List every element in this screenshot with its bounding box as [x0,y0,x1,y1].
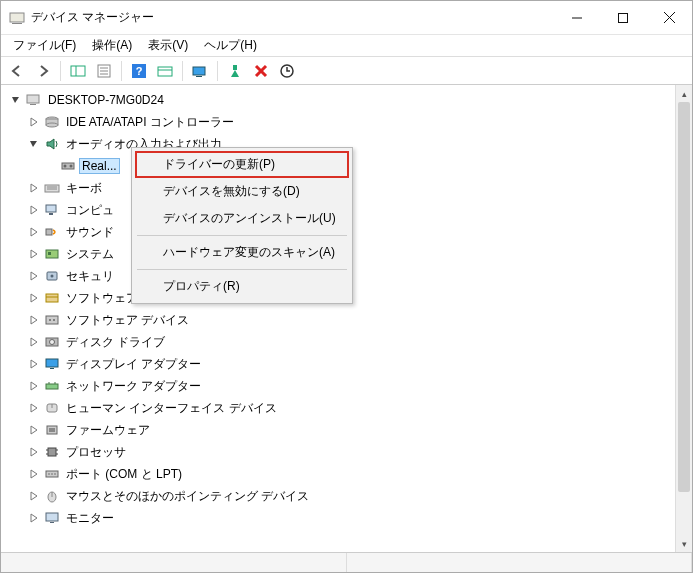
expander-icon[interactable] [27,203,41,217]
svg-rect-47 [46,359,58,367]
tree-node-label: ディスプレイ アダプター [63,355,204,374]
svg-text:?: ? [136,65,143,77]
back-button[interactable] [5,59,29,83]
tree-node-row[interactable]: ディスプレイ アダプター [1,353,675,375]
menubar: ファイル(F) 操作(A) 表示(V) ヘルプ(H) [1,35,692,57]
scroll-up-button[interactable]: ▴ [676,85,692,102]
ctx-disable-device[interactable]: デバイスを無効にする(D) [135,178,349,205]
expander-icon[interactable] [27,511,41,525]
expander-icon[interactable] [27,357,41,371]
expander-icon[interactable] [27,313,41,327]
toolbar: ? [1,57,692,85]
minimize-button[interactable] [554,1,600,34]
device-tree[interactable]: DESKTOP-7MG0D24 IDE ATA/ATAPI コントローラーオーデ… [1,85,675,552]
svg-point-62 [48,473,50,475]
toolbar-separator [60,61,61,81]
svg-rect-22 [27,95,39,103]
menu-file[interactable]: ファイル(F) [7,35,82,56]
expander-icon[interactable] [27,467,41,481]
toolbar-separator [217,61,218,81]
swcomp-icon [43,290,61,306]
sound-icon [43,224,61,240]
tree-node-row[interactable]: プロセッサ [1,441,675,463]
maximize-button[interactable] [600,1,646,34]
tree-node-row[interactable]: ポート (COM と LPT) [1,463,675,485]
svg-rect-3 [619,13,628,22]
ctx-uninstall-device[interactable]: デバイスのアンインストール(U) [135,205,349,232]
menu-view[interactable]: 表示(V) [142,35,194,56]
tree-node-label: IDE ATA/ATAPI コントローラー [63,113,237,132]
tree-node-row[interactable]: マウスとそのほかのポインティング デバイス [1,485,675,507]
svg-rect-6 [71,66,85,76]
computer-icon [43,202,61,218]
update-driver-button[interactable] [275,59,299,83]
tree-node-label: セキュリ [63,267,117,286]
svg-rect-40 [46,294,58,302]
cpu-icon [43,444,61,460]
expander-icon[interactable] [27,115,41,129]
expander-icon[interactable] [27,401,41,415]
tree-node-row[interactable]: IDE ATA/ATAPI コントローラー [1,111,675,133]
tree-root-row[interactable]: DESKTOP-7MG0D24 [1,89,675,111]
tree-node-label: コンピュ [63,201,117,220]
toolbar-separator [182,61,183,81]
svg-rect-23 [30,104,36,105]
svg-point-63 [51,473,53,475]
scan-hardware-button[interactable] [188,59,212,83]
tree-node-row[interactable]: モニター [1,507,675,529]
svg-point-46 [50,340,55,345]
menu-help[interactable]: ヘルプ(H) [198,35,263,56]
ctx-properties[interactable]: プロパティ(R) [135,273,349,300]
show-hide-tree-button[interactable] [66,59,90,83]
expander-icon[interactable] [27,335,41,349]
svg-rect-49 [46,384,58,389]
forward-button[interactable] [31,59,55,83]
ctx-update-driver[interactable]: ドライバーの更新(P) [135,151,349,178]
expander-icon[interactable] [27,423,41,437]
tree-node-row[interactable]: ヒューマン インターフェイス デバイス [1,397,675,419]
window-controls [554,1,692,34]
expander-icon[interactable] [27,225,41,239]
expander-icon[interactable] [27,379,41,393]
tree-node-row[interactable]: ソフトウェア デバイス [1,309,675,331]
properties-button[interactable] [92,59,116,83]
expander-icon[interactable] [27,489,41,503]
tree-node-row[interactable]: ディスク ドライブ [1,331,675,353]
tree-node-row[interactable]: ネットワーク アダプター [1,375,675,397]
svg-rect-68 [50,522,54,523]
tree-node-label: マウスとそのほかのポインティング デバイス [63,487,312,506]
devices-by-type-button[interactable] [153,59,177,83]
svg-rect-18 [233,65,237,70]
tree-node-label: ソフトウェア デバイス [63,311,192,330]
help-button[interactable]: ? [127,59,151,83]
hid-icon [43,400,61,416]
expander-icon[interactable] [9,93,23,107]
svg-rect-48 [50,368,54,369]
audio-icon [43,136,61,152]
tree-node-label: Real... [79,158,120,174]
svg-rect-34 [49,213,53,215]
uninstall-button[interactable] [249,59,273,83]
expander-icon[interactable] [27,445,41,459]
tree-node-label: プロセッサ [63,443,129,462]
enable-button[interactable] [223,59,247,83]
scroll-down-button[interactable]: ▾ [676,535,692,552]
expander-icon[interactable] [27,291,41,305]
ctx-scan-hardware[interactable]: ハードウェア変更のスキャン(A) [135,239,349,266]
close-button[interactable] [646,1,692,34]
ctx-separator [137,269,347,270]
titlebar: デバイス マネージャー [1,1,692,35]
scroll-thumb[interactable] [678,102,690,492]
vertical-scrollbar[interactable]: ▴ ▾ [675,85,692,552]
svg-rect-1 [12,23,22,24]
expander-icon[interactable] [27,247,41,261]
expander-icon[interactable] [27,181,41,195]
expander-icon[interactable] [27,269,41,283]
tree-node-row[interactable]: ファームウェア [1,419,675,441]
svg-rect-67 [46,513,58,521]
tree-node-label: ポート (COM と LPT) [63,465,185,484]
expander-icon[interactable] [27,137,41,151]
scroll-track[interactable] [676,102,692,535]
menu-action[interactable]: 操作(A) [86,35,138,56]
svg-point-44 [53,319,55,321]
